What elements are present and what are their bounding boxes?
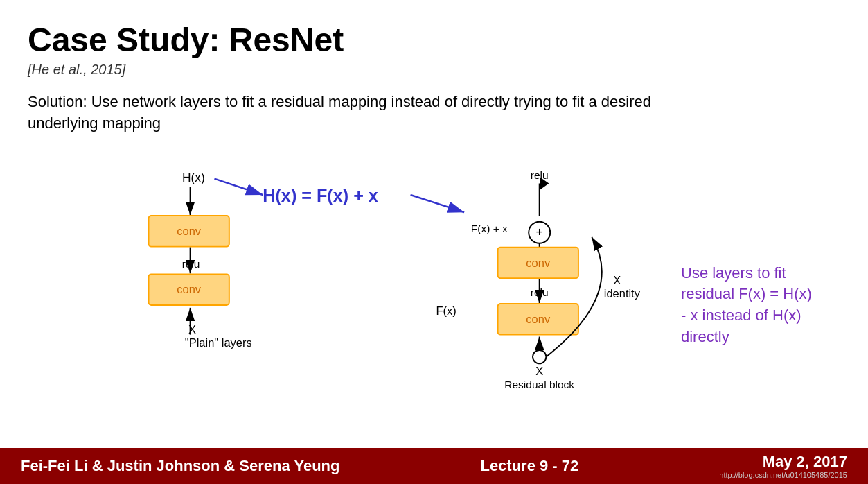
- footer-bar: Fei-Fei Li & Justin Johnson & Serena Yeu…: [0, 448, 868, 484]
- svg-text:F(x) + x: F(x) + x: [471, 223, 508, 234]
- footer-date: May 2, 2017: [763, 453, 847, 471]
- page-title: Case Study: ResNet: [28, 21, 840, 59]
- svg-text:conv: conv: [526, 256, 551, 268]
- diagram-area: H(x) conv relu conv "Plain" layers X: [28, 155, 840, 453]
- footer-lecture: Lecture 9 - 72: [480, 457, 578, 475]
- svg-text:"Plain" layers: "Plain" layers: [185, 336, 252, 349]
- svg-text:conv: conv: [177, 225, 202, 237]
- svg-text:X: X: [188, 322, 196, 335]
- footer-url: http://blog.csdn.net/u014105485/2015: [719, 471, 847, 479]
- subtitle: [He et al., 2015]: [28, 62, 840, 78]
- svg-text:conv: conv: [526, 313, 551, 325]
- svg-text:H(x): H(x): [182, 170, 205, 184]
- svg-text:X: X: [613, 274, 621, 286]
- svg-line-16: [411, 195, 465, 212]
- use-layers-annotation: Use layers to fit residual F(x) = H(x) -…: [681, 263, 813, 348]
- svg-text:conv: conv: [177, 283, 202, 295]
- svg-text:H(x) = F(x) + x: H(x) = F(x) + x: [263, 185, 378, 205]
- svg-text:Residual block: Residual block: [504, 379, 574, 390]
- svg-line-15: [214, 178, 263, 194]
- footer-authors: Fei-Fei Li & Justin Johnson & Serena Yeu…: [21, 457, 339, 475]
- main-content: Case Study: ResNet [He et al., 2015] Sol…: [0, 0, 868, 460]
- svg-text:F(x): F(x): [436, 304, 456, 316]
- svg-text:+: +: [536, 225, 543, 239]
- svg-text:identity: identity: [604, 287, 641, 300]
- svg-text:X: X: [535, 364, 543, 377]
- svg-point-31: [533, 350, 546, 363]
- solution-text: Solution: Use network layers to fit a re…: [28, 92, 686, 135]
- footer-right-group: May 2, 2017 http://blog.csdn.net/u014105…: [719, 453, 847, 479]
- svg-text:relu: relu: [531, 168, 549, 180]
